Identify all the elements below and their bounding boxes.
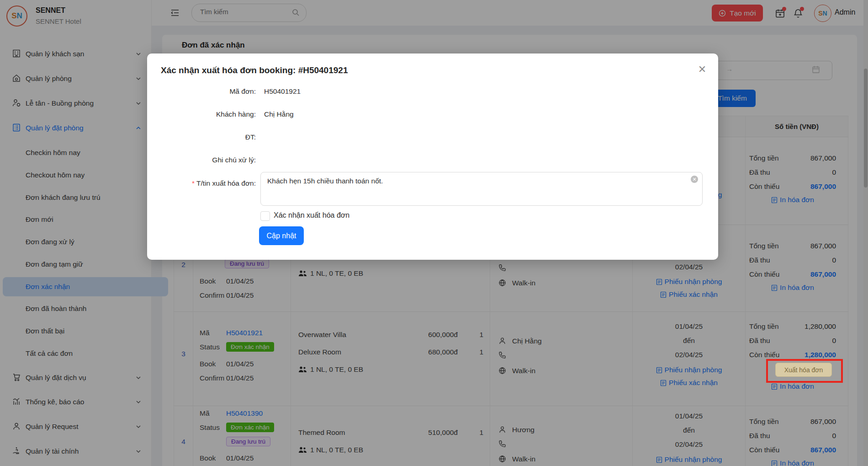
invoice-confirm-modal: Xác nhận xuất hóa đơn booking: #H5040192… (147, 54, 718, 260)
field-label-code: Mã đơn: (147, 87, 256, 96)
modal-title: Xác nhận xuất hóa đơn booking: #H5040192… (161, 65, 348, 75)
update-button[interactable]: Cập nhật (259, 226, 304, 245)
clear-textarea-icon[interactable]: ✕ (691, 176, 698, 183)
field-value-customer: Chị Hằng (264, 110, 294, 118)
field-label-invoice-info: *T/tin xuất hóa đơn: (147, 179, 256, 187)
confirm-invoice-checkbox[interactable] (260, 211, 270, 221)
annotation-highlight-box (766, 359, 843, 383)
required-mark: * (192, 179, 195, 187)
close-icon[interactable]: ✕ (696, 64, 708, 75)
field-label-phone: ĐT: (147, 133, 256, 141)
field-label-customer: Khách hàng: (147, 110, 256, 118)
checkbox-label: Xác nhận xuất hóa đơn (274, 211, 349, 220)
field-label-note: Ghi chú xử lý: (147, 156, 256, 164)
field-value-code: H50401921 (264, 87, 301, 96)
invoice-info-textarea[interactable]: Khách hẹn 15h chiều thanh toán nốt. (260, 172, 703, 206)
